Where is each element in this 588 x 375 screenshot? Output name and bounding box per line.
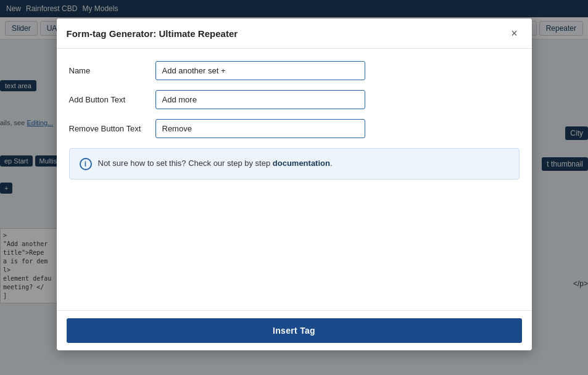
info-box: i Not sure how to set this? Check our st… [69,148,520,179]
modal-content-spacer [69,189,520,300]
form-row-name: Name [69,61,520,80]
modal-header: Form-tag Generator: Ultimate Repeater × [57,19,532,49]
insert-tag-button[interactable]: Insert Tag [67,318,522,343]
modal-body: Name Add Button Text Remove Button Text … [57,49,532,310]
input-remove-button-text[interactable] [155,119,365,138]
modal-close-button[interactable]: × [507,26,522,41]
label-name: Name [69,61,155,75]
form-row-remove-button-text: Remove Button Text [69,119,520,138]
info-icon: i [80,158,92,170]
info-text: Not sure how to set this? Check our step… [98,157,333,170]
label-remove-button-text: Remove Button Text [69,119,155,133]
modal-footer: Insert Tag [57,310,532,350]
modal-title: Form-tag Generator: Ultimate Repeater [67,28,238,39]
info-text-label: Not sure how to set this? Check our step… [98,159,273,168]
modal-dialog: Form-tag Generator: Ultimate Repeater × … [57,19,532,350]
input-add-button-text[interactable] [155,90,365,109]
info-documentation-link[interactable]: documentation [273,159,330,168]
form-row-add-button-text: Add Button Text [69,90,520,109]
info-text-suffix: . [330,159,333,168]
label-add-button-text: Add Button Text [69,90,155,104]
input-name[interactable] [155,61,365,80]
